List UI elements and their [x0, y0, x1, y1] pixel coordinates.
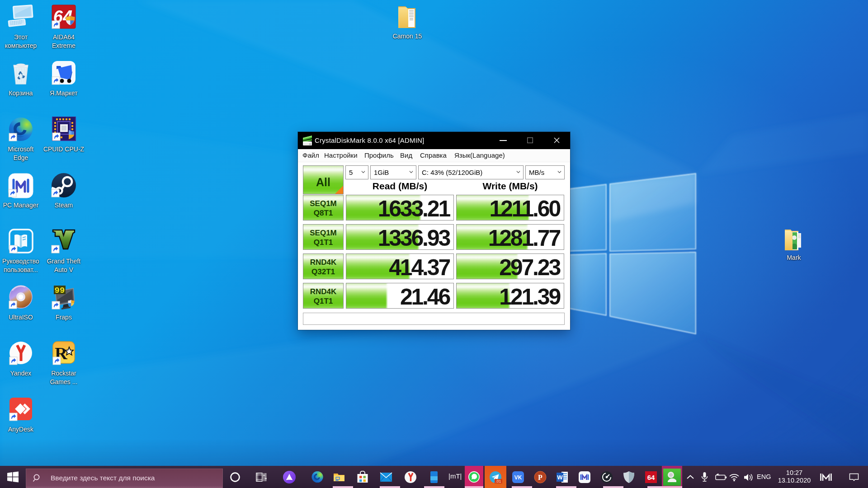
svg-text:W: W [557, 474, 563, 481]
svg-text:VK: VK [514, 474, 522, 481]
svg-text:99: 99 [55, 286, 65, 296]
svg-text:64: 64 [647, 474, 655, 481]
svg-text:P: P [538, 474, 542, 481]
